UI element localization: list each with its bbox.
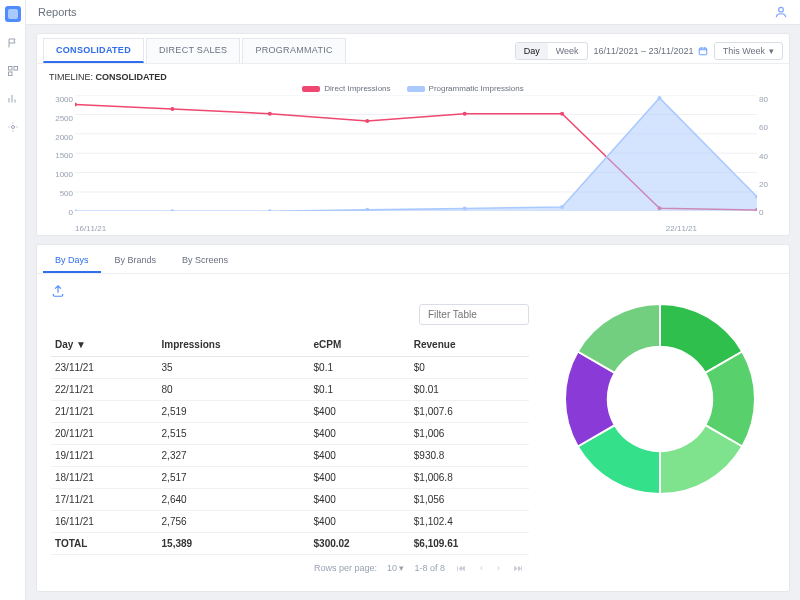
tab-consolidated[interactable]: CONSOLIDATED xyxy=(43,38,144,63)
dashboard-icon[interactable] xyxy=(6,64,20,78)
x-axis: 16/11/21 22/11/21 xyxy=(75,224,757,233)
settings-icon[interactable] xyxy=(6,120,20,134)
tab-programmatic[interactable]: PROGRAMMATIC xyxy=(242,38,345,63)
total-row: TOTAL15,389$300.02$6,109.61 xyxy=(51,533,529,555)
chevron-down-icon: ▾ xyxy=(769,46,774,56)
col-0[interactable]: Day ▼ xyxy=(51,333,158,357)
table-row: 20/11/212,515$400$1,006 xyxy=(51,423,529,445)
date-range-text: 16/11/2021 – 23/11/2021 xyxy=(594,46,694,56)
page-first-icon[interactable]: ⏮ xyxy=(455,563,468,573)
svg-point-18 xyxy=(560,112,564,116)
svg-point-22 xyxy=(170,209,174,211)
pager: Rows per page: 10 ▾ 1-8 of 8 ⏮ ‹ › ⏭ xyxy=(51,555,529,581)
chart-icon[interactable] xyxy=(6,92,20,106)
page-next-icon[interactable]: › xyxy=(495,563,502,573)
svg-point-13 xyxy=(75,102,77,106)
x-tick-end: 22/11/21 xyxy=(666,224,697,233)
svg-rect-5 xyxy=(699,48,707,55)
y-axis-right: 806040200 xyxy=(759,95,781,217)
app-logo xyxy=(5,6,21,22)
timeline-title: TIMELINE: CONSOLIDATED xyxy=(37,64,789,84)
col-3[interactable]: Revenue xyxy=(410,333,529,357)
col-2[interactable]: eCPM xyxy=(310,333,410,357)
x-tick-start: 16/11/21 xyxy=(75,224,106,233)
preset-select[interactable]: This Week ▾ xyxy=(714,42,783,60)
svg-rect-0 xyxy=(8,67,12,71)
legend-label-direct: Direct Impressions xyxy=(324,84,390,93)
page-last-icon[interactable]: ⏭ xyxy=(512,563,525,573)
timeline-prefix: TIMELINE: xyxy=(49,72,93,82)
calendar-icon xyxy=(698,46,708,56)
table-row: 23/11/2135$0.1$0 xyxy=(51,357,529,379)
col-1[interactable]: Impressions xyxy=(158,333,310,357)
rpp-label: Rows per page: xyxy=(314,563,377,573)
flag-icon[interactable] xyxy=(6,36,20,50)
svg-point-21 xyxy=(75,209,77,211)
svg-point-17 xyxy=(463,112,467,116)
toggle-week[interactable]: Week xyxy=(548,43,587,59)
granularity-toggle[interactable]: Day Week xyxy=(515,42,588,60)
user-icon[interactable] xyxy=(774,5,788,19)
page-range: 1-8 of 8 xyxy=(414,563,445,573)
table-row: 19/11/212,327$400$930.8 xyxy=(51,445,529,467)
export-icon[interactable] xyxy=(51,284,529,304)
rpp-select[interactable]: 10 ▾ xyxy=(387,563,405,573)
svg-point-27 xyxy=(657,96,661,100)
breakdown-tabs: By Days By Brands By Screens xyxy=(37,245,789,274)
sidebar xyxy=(0,0,26,600)
topbar: Reports xyxy=(26,0,800,25)
data-table: Day ▼ImpressionseCPMRevenue 23/11/2135$0… xyxy=(51,333,529,555)
svg-point-25 xyxy=(463,206,467,210)
tab-direct-sales[interactable]: DIRECT SALES xyxy=(146,38,240,63)
legend-swatch-direct xyxy=(302,86,320,92)
svg-point-3 xyxy=(11,126,14,129)
legend-label-programmatic: Programmatic Impressions xyxy=(429,84,524,93)
donut-chart xyxy=(555,294,765,504)
legend-swatch-programmatic xyxy=(407,86,425,92)
svg-point-26 xyxy=(560,205,564,209)
report-tabs: CONSOLIDATED DIRECT SALES PROGRAMMATIC xyxy=(43,38,346,63)
filter-input[interactable] xyxy=(419,304,529,325)
svg-point-16 xyxy=(365,119,369,123)
svg-point-15 xyxy=(268,112,272,116)
timeline-card: CONSOLIDATED DIRECT SALES PROGRAMMATIC D… xyxy=(36,33,790,236)
timeline-label: CONSOLIDATED xyxy=(96,72,167,82)
date-range-picker[interactable]: 16/11/2021 – 23/11/2021 xyxy=(594,46,708,56)
chart-legend: Direct Impressions Programmatic Impressi… xyxy=(37,84,789,95)
svg-point-23 xyxy=(268,209,272,211)
tab-by-days[interactable]: By Days xyxy=(43,249,101,273)
preset-label: This Week xyxy=(723,46,765,56)
table-row: 22/11/2180$0.1$0.01 xyxy=(51,379,529,401)
page-prev-icon[interactable]: ‹ xyxy=(478,563,485,573)
toggle-day[interactable]: Day xyxy=(516,43,548,59)
y-axis-left: 300025002000150010005000 xyxy=(45,95,73,217)
data-card: By Days By Brands By Screens Day ▼Impres… xyxy=(36,244,790,592)
table-row: 16/11/212,756$400$1,102.4 xyxy=(51,511,529,533)
svg-point-14 xyxy=(170,107,174,111)
svg-point-24 xyxy=(365,208,369,211)
table-row: 21/11/212,519$400$1,007.6 xyxy=(51,401,529,423)
timeline-chart xyxy=(75,95,757,211)
tab-by-screens[interactable]: By Screens xyxy=(170,249,240,273)
page-title: Reports xyxy=(38,6,77,18)
svg-rect-2 xyxy=(8,72,12,76)
tab-by-brands[interactable]: By Brands xyxy=(103,249,169,273)
table-row: 17/11/212,640$400$1,056 xyxy=(51,489,529,511)
table-row: 18/11/212,517$400$1,006.8 xyxy=(51,467,529,489)
svg-point-4 xyxy=(779,7,784,12)
rpp-value: 10 xyxy=(387,563,397,573)
svg-rect-1 xyxy=(14,67,18,71)
